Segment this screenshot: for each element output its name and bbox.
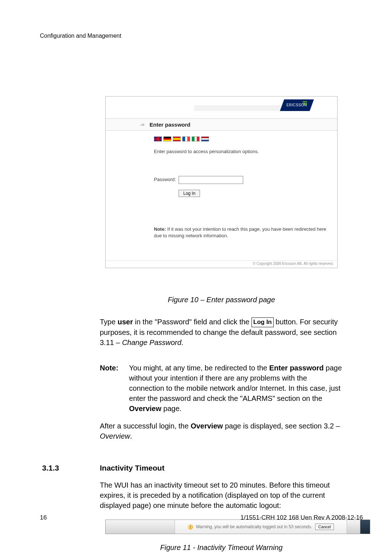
note-block: Note: You might, at any time, be redirec… — [100, 363, 345, 414]
paragraph-inactivity: The WUI has an inactivity timeout set to… — [100, 480, 347, 510]
figure-11-caption: Figure 11 - Inactivity Timeout Warning — [105, 543, 338, 552]
bold-overview: Overview — [129, 405, 162, 413]
flag-de-icon[interactable] — [163, 136, 171, 141]
password-input[interactable] — [179, 176, 243, 184]
text: . — [181, 338, 184, 346]
breadcrumb-arrow-icon: ···> — [106, 122, 150, 127]
xref-overview: Overview — [100, 432, 130, 440]
screenshot-body: Enter password to access personalization… — [106, 131, 337, 260]
text: page is displayed, see section 3.2 – — [223, 422, 340, 430]
section-title: Inactivity Timeout — [100, 464, 164, 472]
edge-dark — [360, 520, 370, 534]
section-number: 3.1.3 — [42, 464, 59, 472]
bold-user: user — [118, 318, 133, 326]
running-header: Configuration and Management — [40, 33, 121, 39]
warning-icon: ! — [188, 524, 193, 530]
screenshot-note: Note: If it was not your intention to re… — [154, 226, 330, 239]
ericsson-logo: ERICSSON — [280, 99, 314, 111]
language-flags — [154, 136, 330, 141]
document-id: 1/1551-CRH 102 168 Uen Rev A 2008-12-16 — [241, 514, 363, 521]
warning-bar-right — [347, 520, 370, 534]
password-label: Password: — [154, 177, 176, 182]
login-button[interactable]: Log In — [179, 190, 200, 197]
inline-login-label: Log In — [253, 319, 272, 325]
password-row: Password: — [154, 176, 330, 184]
screenshot-copyright: © Copyright 2008 Ericsson AB. All rights… — [106, 260, 337, 268]
figure-10-screenshot: ERICSSON ···> Enter password Enter passw… — [105, 96, 338, 268]
warning-text: Warning, you will be automatically logge… — [196, 524, 312, 529]
text: . — [130, 432, 132, 440]
flag-es-icon[interactable] — [173, 136, 181, 141]
inline-login-button: Log In — [252, 317, 274, 327]
bold-overview: Overview — [191, 422, 223, 430]
figure-10-caption: Figure 10 – Enter password page — [105, 296, 338, 304]
paragraph-after-login: After a successful login, the Overview p… — [100, 421, 347, 441]
screenshot-titlebar: ···> Enter password — [106, 119, 337, 131]
note-bold-label: Note: — [154, 226, 166, 232]
instruction-text: Enter password to access personalization… — [154, 149, 330, 154]
edge-shade — [347, 520, 360, 534]
text: After a successful login, the — [100, 422, 191, 430]
page-number: 16 — [40, 514, 47, 521]
xref-change-password: Change Password — [122, 338, 181, 346]
note-text: If it was not your intention to reach th… — [154, 226, 326, 238]
flag-fr-icon[interactable] — [182, 136, 190, 141]
note-label: Note: — [100, 363, 127, 373]
ericsson-stripes-icon — [303, 101, 307, 105]
flag-uk-icon[interactable] — [154, 136, 162, 141]
flag-nl-icon[interactable] — [201, 136, 209, 141]
warning-bar-center: ! Warning, you will be automatically log… — [175, 520, 347, 534]
topbar-spacer — [194, 105, 281, 111]
page: Configuration and Management ERICSSON ··… — [0, 0, 392, 554]
text: page. — [162, 405, 182, 413]
text: Type — [100, 318, 118, 326]
warning-bar-left — [106, 520, 175, 534]
paragraph-login-instructions: Type user in the "Password" field and cl… — [100, 317, 343, 348]
flag-it-icon[interactable] — [192, 136, 200, 141]
panel-title: Enter password — [150, 122, 191, 128]
text: You might, at any time, be redirected to… — [129, 364, 269, 372]
bold-enter-password: Enter password — [269, 364, 324, 372]
figure-11-screenshot: ! Warning, you will be automatically log… — [105, 520, 370, 534]
note-body: You might, at any time, be redirected to… — [129, 363, 343, 414]
screenshot-topbar: ERICSSON — [106, 97, 337, 119]
warning-cancel-button[interactable]: Cancel — [315, 524, 334, 530]
text: in the "Password" field and click the — [133, 318, 252, 326]
